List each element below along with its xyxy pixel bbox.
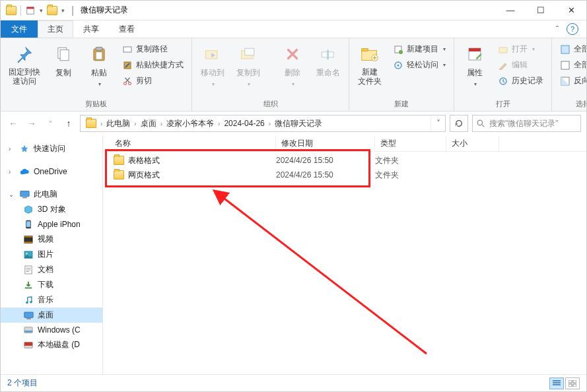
svg-rect-32 xyxy=(22,197,27,199)
file-row[interactable]: 网页格式 2024/4/26 15:50 文件夹 xyxy=(103,168,586,182)
nav-item[interactable]: 视频 xyxy=(1,232,102,247)
edit-icon xyxy=(498,60,508,71)
search-input[interactable]: 搜索"微信聊天记录" xyxy=(472,115,581,132)
rename-icon xyxy=(318,44,339,65)
svg-rect-28 xyxy=(561,61,569,69)
help-icon[interactable]: ? xyxy=(567,23,578,35)
new-folder-button[interactable]: 新建 文件夹 xyxy=(353,41,386,88)
tab-view[interactable]: 查看 xyxy=(109,20,145,38)
invert-selection-button[interactable]: 反向选择 xyxy=(556,74,587,88)
nav-item[interactable]: 音乐 xyxy=(1,292,102,308)
svg-rect-27 xyxy=(561,46,569,53)
recent-locations-button[interactable]: ˅ xyxy=(43,116,57,131)
expand-icon[interactable]: › xyxy=(9,168,15,176)
up-button[interactable]: ↑ xyxy=(61,116,76,131)
column-headers: 名称 修改日期 类型 大小 xyxy=(103,136,586,152)
nav-item[interactable]: Windows (C xyxy=(1,323,102,337)
drive-icon xyxy=(23,205,34,215)
nav-item[interactable]: 下载 xyxy=(1,277,102,292)
chevron-right-icon[interactable]: › xyxy=(133,120,137,127)
nav-quick-access[interactable]: › 快速访问 xyxy=(1,141,102,156)
new-item-button[interactable]: 新建项目▾ xyxy=(389,42,450,56)
breadcrumb-item[interactable]: 此电脑 xyxy=(104,118,133,129)
search-icon xyxy=(477,119,485,128)
column-header-name[interactable]: 名称 xyxy=(103,136,276,151)
large-icons-view-button[interactable] xyxy=(565,377,580,389)
file-row[interactable]: 表格格式 2024/4/26 15:50 文件夹 xyxy=(103,153,586,168)
file-list-view[interactable]: 名称 修改日期 类型 大小 表格格式 2024/4/26 15:50 文件夹 网… xyxy=(103,136,586,374)
breadcrumb-item[interactable]: 2024-04-26 xyxy=(221,119,267,128)
chevron-down-icon[interactable]: ▾ xyxy=(40,7,43,14)
shortcut-icon xyxy=(122,60,133,71)
back-button[interactable]: ← xyxy=(6,116,20,131)
copy-to-button[interactable]: 复制到▾ xyxy=(232,41,265,88)
folder-icon xyxy=(114,155,124,166)
window-title: 微信聊天记录 xyxy=(81,5,128,16)
refresh-button[interactable] xyxy=(450,115,468,132)
details-view-button[interactable] xyxy=(549,377,564,389)
nav-item[interactable]: 桌面 xyxy=(1,308,102,323)
breadcrumb-item[interactable]: 凌家小爷本爷 xyxy=(164,118,217,129)
breadcrumb[interactable]: › 此电脑 › 桌面 › 凌家小爷本爷 › 2024-04-26 › 微信聊天记… xyxy=(80,115,446,132)
minimize-button[interactable]: ― xyxy=(495,1,526,20)
breadcrumb-item[interactable]: 桌面 xyxy=(138,118,159,129)
nav-item[interactable]: Apple iPhon xyxy=(1,217,102,232)
ribbon-tab-row: 文件 主页 共享 查看 ˆ ? xyxy=(1,20,586,38)
paste-shortcut-button[interactable]: 粘贴快捷方式 xyxy=(118,58,188,72)
chevron-right-icon[interactable]: › xyxy=(99,120,104,127)
svg-point-30 xyxy=(477,120,482,125)
select-all-button[interactable]: 全部选择 xyxy=(556,42,587,56)
chevron-right-icon[interactable]: › xyxy=(217,120,221,127)
properties-button[interactable]: 属性▾ xyxy=(458,41,491,88)
expand-icon[interactable]: › xyxy=(9,145,15,152)
select-none-button[interactable]: 全部取消 xyxy=(556,58,587,72)
pin-to-quick-access-button[interactable]: 固定到快 速访问 xyxy=(5,41,44,88)
properties-icon[interactable] xyxy=(25,5,36,16)
group-label: 选择 xyxy=(552,99,587,111)
file-name: 表格格式 xyxy=(128,155,160,166)
open-button[interactable]: 打开▾ xyxy=(494,42,547,56)
column-header-type[interactable]: 类型 xyxy=(375,136,446,151)
cut-button[interactable]: 剪切 xyxy=(118,74,188,88)
svg-rect-43 xyxy=(24,312,32,317)
chevron-right-icon[interactable]: › xyxy=(267,120,272,127)
nav-item[interactable]: 文档 xyxy=(1,262,102,277)
drive-icon xyxy=(23,219,34,230)
breadcrumb-dropdown[interactable]: ˅ xyxy=(431,115,445,131)
copy-path-button[interactable]: 复制路径 xyxy=(118,42,188,56)
file-tab[interactable]: 文件 xyxy=(1,20,38,38)
svg-point-39 xyxy=(26,253,28,255)
navigation-pane[interactable]: › 快速访问 › OneDrive ⌄ 此电脑 3D 对象Apple iPhon… xyxy=(1,136,103,374)
paste-button[interactable]: 粘贴 ▾ xyxy=(83,41,116,88)
tab-home[interactable]: 主页 xyxy=(38,20,73,38)
rename-button[interactable]: 重命名 xyxy=(312,41,345,80)
maximize-button[interactable]: ☐ xyxy=(526,1,556,20)
move-to-button[interactable]: 移动到▾ xyxy=(196,41,229,88)
nav-this-pc[interactable]: ⌄ 此电脑 xyxy=(1,187,102,202)
folder-icon xyxy=(6,5,17,16)
edit-button[interactable]: 编辑 xyxy=(494,58,547,72)
easy-access-button[interactable]: 轻松访问▾ xyxy=(389,58,450,72)
select-none-icon xyxy=(560,60,570,71)
column-header-modified[interactable]: 修改日期 xyxy=(276,136,375,151)
delete-button[interactable]: 删除▾ xyxy=(276,41,309,88)
nav-item[interactable]: 图片 xyxy=(1,247,102,262)
ribbon-group-organize: 移动到▾ 复制到▾ 删除▾ 重命名 组织 xyxy=(192,38,349,111)
status-bar: 2 个项目 xyxy=(1,374,586,391)
close-button[interactable]: ✕ xyxy=(556,1,586,20)
collapse-ribbon-button[interactable]: ˆ xyxy=(556,24,559,34)
nav-item[interactable]: 3D 对象 xyxy=(1,202,102,217)
copy-button[interactable]: 复制 xyxy=(47,41,80,80)
group-label: 剪贴板 xyxy=(1,99,191,111)
tab-share[interactable]: 共享 xyxy=(73,20,109,38)
chevron-down-icon[interactable]: ▾ xyxy=(61,7,65,14)
column-header-size[interactable]: 大小 xyxy=(446,136,499,151)
history-icon xyxy=(498,76,508,86)
chevron-right-icon[interactable]: › xyxy=(159,120,164,127)
breadcrumb-item[interactable]: 微信聊天记录 xyxy=(272,118,325,129)
history-button[interactable]: 历史记录 xyxy=(494,74,547,88)
forward-button[interactable]: → xyxy=(24,116,39,131)
collapse-icon[interactable]: ⌄ xyxy=(9,191,15,198)
nav-item[interactable]: 本地磁盘 (D xyxy=(1,337,102,352)
nav-onedrive[interactable]: › OneDrive xyxy=(1,164,102,179)
